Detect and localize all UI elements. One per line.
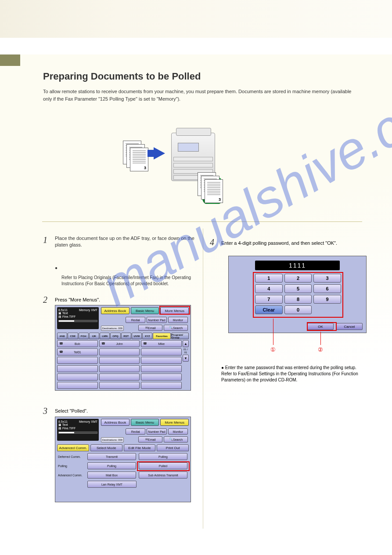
tab-select-mode[interactable]: Select Mode <box>90 444 122 451</box>
polling-button[interactable]: Polling <box>87 462 136 469</box>
contact-cell-empty[interactable] <box>141 348 182 355</box>
contact-cell-empty[interactable] <box>141 365 182 372</box>
callout-line <box>320 332 321 345</box>
contact-cell[interactable]: ☎John <box>99 340 140 347</box>
status-box: 8.5x11Memory XMT ▣ Text ▤ Fine.TIFF <box>57 307 99 329</box>
number-pad-button[interactable]: Number Pad <box>147 317 166 323</box>
password-display: 1111 <box>255 261 340 270</box>
numkey-7[interactable]: 7 <box>255 295 283 304</box>
destinations-count: Destinations: 000 <box>101 437 124 443</box>
polling-button[interactable]: Polling <box>139 453 187 460</box>
alpha-tab[interactable]: FGH <box>79 333 89 339</box>
column-divider <box>203 229 203 529</box>
alpha-tab[interactable]: XYZ <box>142 333 152 339</box>
callout-line <box>273 319 273 345</box>
step-number: 3 <box>43 406 47 416</box>
tab-more-menus[interactable]: More Menus <box>160 307 189 314</box>
lan-relay-xmt-button[interactable]: Lan Relay XMT <box>87 481 137 488</box>
numkey-3[interactable]: 3 <box>313 274 341 283</box>
contact-cell-empty[interactable] <box>141 374 182 381</box>
email-button[interactable]: ✉ Email <box>138 325 162 331</box>
scroll-down-button[interactable]: ▼ <box>183 355 189 362</box>
numkey-8[interactable]: 8 <box>284 295 312 304</box>
step1-ref: Refer to Placing Originals (Facsimile/In… <box>61 275 194 287</box>
tab-print-out[interactable]: Print Out <box>157 444 189 451</box>
contact-cell-empty[interactable] <box>57 365 98 372</box>
illustration: 1 2 3 1 2 3 <box>123 136 228 207</box>
contact-cell-empty[interactable] <box>99 357 140 364</box>
numkey-6[interactable]: 6 <box>313 284 341 293</box>
sub-address-transmit-button[interactable]: Sub Address Transmit <box>139 472 187 479</box>
status-box: 8.5x11Memory XMT ▣ Text ▤ Fine.TIFF <box>57 419 99 441</box>
mailbox-button[interactable]: Mail Box <box>87 472 136 479</box>
tab-edit-file-mode[interactable]: Edit File Mode <box>124 444 156 451</box>
tab-more-menus[interactable]: More Menus <box>160 419 189 426</box>
number-pad-button[interactable]: Number Pad <box>147 428 166 435</box>
scroll-up-button[interactable]: ▲ <box>183 340 189 347</box>
destinations-count: Destinations: 000 <box>101 326 124 331</box>
fax-main-screen: 8.5x11Memory XMT ▣ Text ▤ Fine.TIFF Dest… <box>55 305 191 391</box>
more-menus-screen: 8.5x11Memory XMT ▣ Text ▤ Fine.TIFF Dest… <box>55 417 191 502</box>
alpha-tab[interactable]: IJK <box>89 333 99 339</box>
tab-basic-menu[interactable]: Basic Menu <box>131 419 159 426</box>
contact-cell-empty[interactable] <box>57 357 98 364</box>
step-number: 1 <box>43 235 47 245</box>
alpha-tab-program[interactable]: Program/ Group <box>171 333 189 339</box>
search-button[interactable]: 🔍 Search <box>164 436 188 443</box>
alpha-tab[interactable]: UVW <box>132 333 142 339</box>
numkey-1[interactable]: 1 <box>255 274 283 283</box>
contact-cell-empty[interactable] <box>99 348 140 355</box>
step-number: 4 <box>210 237 214 247</box>
note-text: ● Enter the same password that was enter… <box>221 365 361 383</box>
alpha-tab[interactable]: OPQ <box>110 333 120 339</box>
section-title: Preparing Documents to be Polled <box>43 71 201 82</box>
tab-basic-menu[interactable]: Basic Menu <box>131 307 159 314</box>
header-band <box>0 0 392 38</box>
numkey-clear[interactable]: Clear <box>255 305 283 314</box>
alpha-tab[interactable]: LMN <box>100 333 110 339</box>
row-label: Polling <box>57 464 86 468</box>
numkey-4[interactable]: 4 <box>255 284 283 293</box>
contact-cell[interactable]: ☎Mike <box>141 340 182 347</box>
alpha-tab[interactable]: #AB <box>57 333 67 339</box>
password-numpad-screen: 1111 1 2 3 4 5 6 7 8 9 Clear 0 OK Cancel <box>228 256 367 333</box>
tab-address-book[interactable]: Address Book <box>101 307 129 314</box>
redial-button[interactable]: Redial <box>126 428 145 435</box>
email-button[interactable]: ✉ Email <box>138 436 162 443</box>
numkey-9[interactable]: 9 <box>313 295 341 304</box>
numkey-5[interactable]: 5 <box>284 284 312 293</box>
callout-2: ② <box>318 346 323 353</box>
contact-cell-empty[interactable] <box>141 357 182 364</box>
divider <box>42 221 362 222</box>
alpha-tab[interactable]: RST <box>121 333 131 339</box>
transmit-button[interactable]: Transmit <box>87 453 136 460</box>
tab-address-book[interactable]: Address Book <box>101 419 129 426</box>
numkey-2[interactable]: 2 <box>284 274 312 283</box>
arrow-icon <box>154 147 165 160</box>
ok-button[interactable]: OK <box>307 323 334 330</box>
chapter-tab <box>0 54 20 66</box>
numkey-0[interactable]: 0 <box>284 305 312 314</box>
redial-button[interactable]: Redial <box>126 317 145 323</box>
contact-cell-empty[interactable] <box>57 374 98 381</box>
contact-cell-empty[interactable] <box>141 382 182 389</box>
step2-text: Press "More Menus". <box>55 297 100 302</box>
step3-text: Select "Polled". <box>55 408 88 414</box>
alpha-tab-favorites[interactable]: Favorites <box>153 333 170 339</box>
contact-cell[interactable]: ☎Tel01 <box>57 348 98 355</box>
tab-advanced-comm[interactable]: Advanced Comm. <box>57 444 89 451</box>
contact-cell-empty[interactable] <box>99 374 140 381</box>
callout-1: ① <box>270 346 276 353</box>
monitor-button[interactable]: Monitor <box>168 428 188 435</box>
contact-cell-empty[interactable] <box>99 365 140 372</box>
polled-button[interactable]: Polled <box>139 462 187 469</box>
cancel-button[interactable]: Cancel <box>336 323 363 330</box>
contact-cell[interactable]: ☎Bob <box>57 340 98 347</box>
contact-cell-empty[interactable] <box>57 382 98 389</box>
contact-cell-empty[interactable] <box>99 382 140 389</box>
step-number: 2 <box>43 295 47 305</box>
alpha-tab[interactable]: CDE <box>68 333 78 339</box>
search-button[interactable]: 🔍 Search <box>164 325 188 331</box>
monitor-button[interactable]: Monitor <box>168 317 188 323</box>
step4-text: Enter a 4-digit polling password, and th… <box>221 240 361 247</box>
